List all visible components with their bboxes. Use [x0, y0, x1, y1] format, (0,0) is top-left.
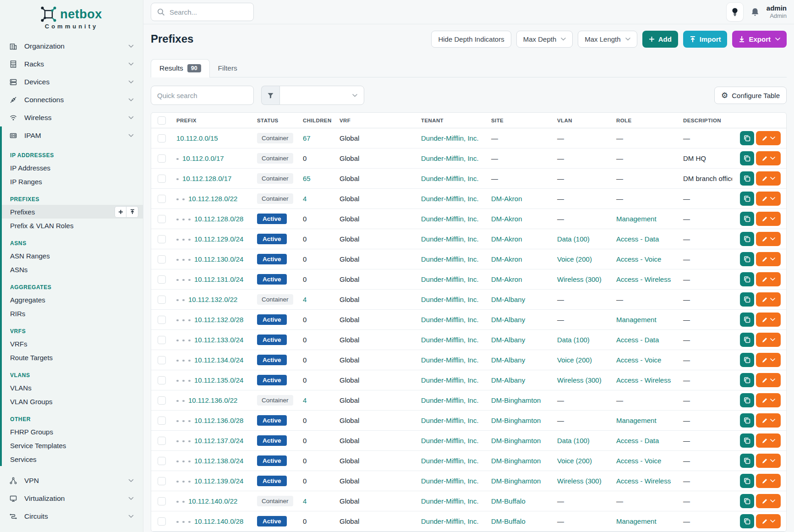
column-header-role[interactable]: ROLE	[613, 118, 679, 123]
tenant-link[interactable]: Dunder-Mifflin, Inc.	[421, 477, 479, 485]
vlan-link[interactable]: Wireless (300)	[557, 477, 602, 485]
site-link[interactable]: DM-Binghamton	[491, 396, 541, 404]
import-button[interactable]: Import	[683, 31, 728, 48]
prefix-link[interactable]: 10.112.130.0/24	[194, 255, 243, 263]
site-link[interactable]: DM-Akron	[491, 255, 522, 263]
tenant-link[interactable]: Dunder-Mifflin, Inc.	[421, 396, 479, 404]
row-checkbox[interactable]	[158, 376, 166, 384]
site-link[interactable]: DM-Binghamton	[491, 477, 541, 485]
children-count-link[interactable]: 4	[303, 497, 307, 505]
add-button[interactable]: Add	[642, 31, 678, 48]
column-header-vlan[interactable]: VLAN	[553, 118, 613, 123]
column-header-children[interactable]: CHILDREN	[299, 118, 336, 123]
tenant-link[interactable]: Dunder-Mifflin, Inc.	[421, 195, 479, 203]
row-checkbox[interactable]	[158, 497, 166, 505]
edit-prefix-button[interactable]	[756, 212, 781, 226]
prefix-link[interactable]: 10.112.0.0/15	[176, 134, 218, 142]
tenant-link[interactable]: Dunder-Mifflin, Inc.	[421, 457, 479, 465]
row-checkbox[interactable]	[158, 336, 166, 344]
row-checkbox[interactable]	[158, 275, 166, 284]
select-all-checkbox[interactable]	[158, 116, 166, 125]
sidebar-item-virtualization[interactable]: Virtualization	[0, 489, 143, 507]
tenant-link[interactable]: Dunder-Mifflin, Inc.	[421, 497, 479, 505]
sidebar-item-connections[interactable]: Connections	[0, 91, 143, 109]
tenant-link[interactable]: Dunder-Mifflin, Inc.	[421, 336, 479, 344]
edit-prefix-button[interactable]	[756, 252, 781, 266]
role-link[interactable]: Access - Voice	[616, 457, 661, 465]
site-link[interactable]: DM-Akron	[491, 195, 522, 203]
clone-prefix-button[interactable]	[740, 171, 754, 186]
prefix-link[interactable]: 10.112.136.0/22	[188, 396, 237, 404]
prefix-link[interactable]: 10.112.131.0/24	[194, 275, 243, 283]
role-link[interactable]: Management	[616, 517, 657, 525]
clone-prefix-button[interactable]	[740, 413, 754, 428]
sidebar-item-fhrp-groups[interactable]: FHRP Groups	[2, 425, 143, 439]
prefix-link[interactable]: 10.112.140.0/22	[188, 497, 237, 505]
tab-results[interactable]: Results 90	[151, 59, 210, 77]
sidebar-item-rirs[interactable]: RIRs	[2, 307, 143, 320]
prefix-link[interactable]: 10.112.132.0/28	[194, 316, 243, 324]
clone-prefix-button[interactable]	[740, 474, 754, 488]
site-link[interactable]: DM-Albany	[491, 376, 525, 384]
children-count-link[interactable]: 67	[303, 134, 311, 142]
site-link[interactable]: DM-Binghamton	[491, 417, 541, 424]
clone-prefix-button[interactable]	[740, 212, 754, 226]
site-link[interactable]: DM-Albany	[491, 336, 525, 344]
sidebar-item-ipam[interactable]: IPAM	[2, 126, 143, 144]
sidebar-item-vpn[interactable]: VPN	[0, 472, 143, 489]
row-checkbox[interactable]	[158, 417, 166, 425]
prefix-link[interactable]: 10.112.132.0/22	[188, 296, 237, 303]
row-checkbox[interactable]	[158, 356, 166, 364]
edit-prefix-button[interactable]	[756, 474, 781, 488]
sidebar-item-vrfs[interactable]: VRFs	[2, 337, 143, 351]
column-header-tenant[interactable]: TENANT	[417, 118, 487, 123]
tenant-link[interactable]: Dunder-Mifflin, Inc.	[421, 235, 479, 243]
vlan-link[interactable]: Voice (200)	[557, 356, 592, 364]
edit-prefix-button[interactable]	[756, 272, 781, 286]
role-link[interactable]: Access - Data	[616, 235, 659, 243]
site-link[interactable]: DM-Binghamton	[491, 457, 541, 465]
children-count-link[interactable]: 4	[303, 195, 307, 203]
clone-prefix-button[interactable]	[740, 514, 754, 528]
row-checkbox[interactable]	[158, 134, 166, 143]
tenant-link[interactable]: Dunder-Mifflin, Inc.	[421, 134, 479, 142]
vlan-link[interactable]: Data (100)	[557, 235, 590, 243]
edit-prefix-button[interactable]	[756, 413, 781, 428]
tenant-link[interactable]: Dunder-Mifflin, Inc.	[421, 255, 479, 263]
sidebar-item-vlan-groups[interactable]: VLAN Groups	[2, 395, 143, 408]
clone-prefix-button[interactable]	[740, 353, 754, 367]
sidebar-item-circuits[interactable]: Circuits	[0, 507, 143, 525]
site-link[interactable]: DM-Albany	[491, 316, 525, 324]
row-checkbox[interactable]	[158, 296, 166, 304]
sidebar-item-aggregates[interactable]: Aggregates	[2, 293, 143, 307]
tenant-link[interactable]: Dunder-Mifflin, Inc.	[421, 376, 479, 384]
tenant-link[interactable]: Dunder-Mifflin, Inc.	[421, 316, 479, 324]
column-header-vrf[interactable]: VRF	[336, 118, 417, 123]
theme-toggle-button[interactable]	[726, 2, 744, 22]
vlan-link[interactable]: Data (100)	[557, 437, 590, 444]
prefix-link[interactable]: 10.112.135.0/24	[194, 376, 243, 384]
tenant-link[interactable]: Dunder-Mifflin, Inc.	[421, 215, 479, 223]
edit-prefix-button[interactable]	[756, 514, 781, 528]
prefix-link[interactable]: 10.112.137.0/24	[194, 437, 243, 444]
vlan-link[interactable]: Wireless (300)	[557, 275, 602, 283]
row-checkbox[interactable]	[158, 255, 166, 263]
quick-search-input[interactable]	[151, 86, 254, 105]
edit-prefix-button[interactable]	[756, 292, 781, 307]
row-checkbox[interactable]	[158, 396, 166, 405]
edit-prefix-button[interactable]	[756, 232, 781, 246]
sidebar-item-asns[interactable]: ASNs	[2, 263, 143, 276]
site-link[interactable]: DM-Albany	[491, 356, 525, 364]
notifications-button[interactable]	[750, 7, 760, 17]
tenant-link[interactable]: Dunder-Mifflin, Inc.	[421, 275, 479, 283]
clone-prefix-button[interactable]	[740, 232, 754, 246]
sidebar-item-vlans[interactable]: VLANs	[2, 381, 143, 395]
add-prefix-quick-button[interactable]	[115, 206, 126, 218]
vlan-link[interactable]: Voice (200)	[557, 255, 592, 263]
prefix-link[interactable]: 10.112.0.0/17	[182, 154, 224, 162]
edit-prefix-button[interactable]	[756, 333, 781, 347]
role-link[interactable]: Management	[616, 215, 657, 223]
sidebar-item-ip-addresses[interactable]: IP Addresses	[2, 161, 143, 175]
tenant-link[interactable]: Dunder-Mifflin, Inc.	[421, 154, 479, 162]
vlan-link[interactable]: Wireless (300)	[557, 376, 602, 384]
